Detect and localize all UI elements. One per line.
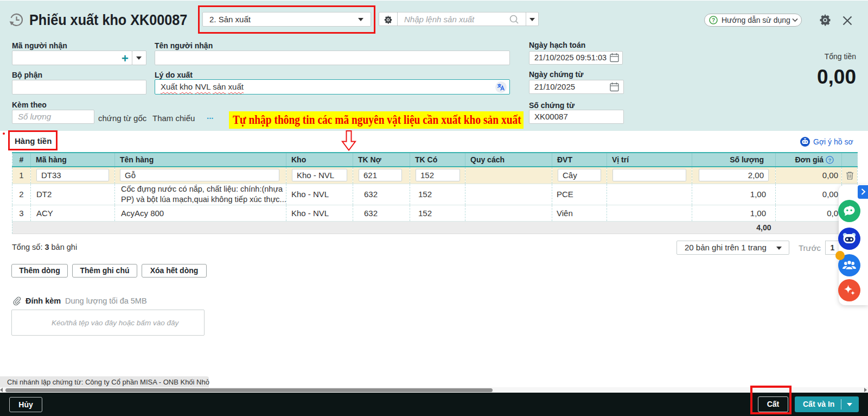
svg-text:?: ?: [712, 17, 715, 23]
svg-text:?: ?: [828, 157, 832, 163]
